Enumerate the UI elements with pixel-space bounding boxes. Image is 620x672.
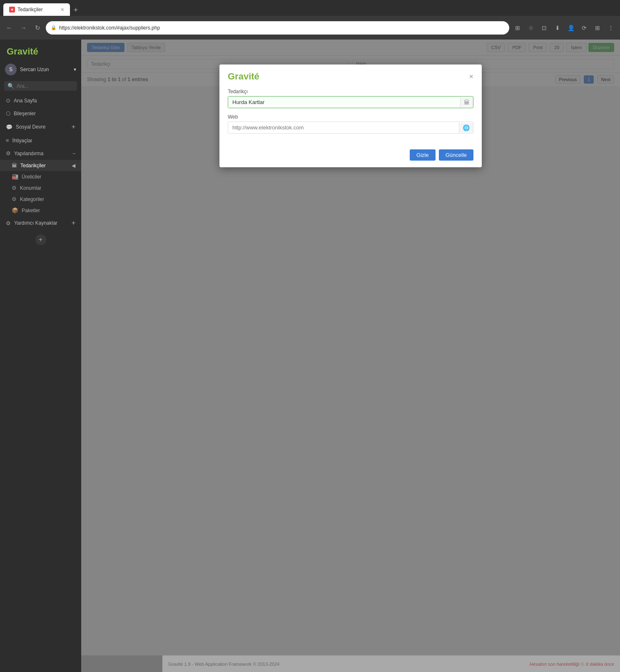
collapse-icon: − [72,151,75,156]
supplier-field-label: Tedarikçı [228,89,473,94]
tab-bar: ★ Tedarikçiler × + [0,0,620,16]
forward-button[interactable]: → [17,22,29,34]
sidebar-expand-circle: + [0,230,81,249]
app-wrapper: Gravité S Sercan Uzun ▾ 🔍 ⊙ Ana Sayfa ⬡ … [0,40,620,672]
sidebar-sub-arrow: ◀ [72,163,75,169]
hide-button[interactable]: Gizle [410,149,436,161]
search-icon: 🔍 [7,83,14,89]
supplier-icon-button[interactable]: 🏛 [460,97,473,107]
apps-icon[interactable]: ⊞ [592,22,603,34]
sidebar-item-sosyaldevre[interactable]: 💬 Sosyal Devre + [0,120,81,134]
sync-icon[interactable]: ⟳ [578,22,590,34]
supplier-field[interactable] [228,97,460,108]
tab-close-button[interactable]: × [61,6,64,13]
sidebar-sub-label: Üreticiler [22,174,41,180]
sidebar-item-label: Yapılandırma [14,151,43,156]
suppliers-icon: 🏛 [12,162,17,169]
web-icon-button[interactable]: 🌐 [459,123,473,133]
update-button[interactable]: Güncelle [439,149,473,161]
modal-overlay: Gravité × Tedarikçı 🏛 Web [81,40,620,672]
supplier-input-wrapper: 🏛 [228,96,473,108]
sidebar-item-label: Ana Sayfa [14,98,37,104]
star-icon[interactable]: ☆ [525,22,537,34]
user-dropdown-icon: ▾ [74,67,76,72]
sidebar-item-yardimci[interactable]: ⚙ Yardımcı Kaynaklar + [0,216,81,230]
translate-icon[interactable]: ⊞ [512,22,523,34]
sidebar-item-kategoriler[interactable]: ⚙ Kategoriler [0,193,81,205]
sidebar-item-label: Bileşenler [14,111,36,117]
user-name: Sercan Uzun [20,67,49,72]
avatar: S [5,64,17,75]
back-button[interactable]: ← [3,22,15,34]
extensions-icon[interactable]: ⊡ [538,22,550,34]
reload-button[interactable]: ↻ [32,22,43,34]
modal-header: Gravité × [219,64,482,86]
sidebar-item-label: İhtiyaçlar [12,138,32,144]
address-bar: ← → ↻ 🔒 https://elektronikstok.com/#ajax… [0,16,620,40]
sidebar-sub-label: Konumlar [20,185,41,191]
packages-icon: 📦 [12,207,18,213]
modal-body: Tedarikçı 🏛 Web 🌐 [219,86,482,146]
web-input-wrapper: 🌐 [228,122,473,134]
expand-button[interactable]: + [35,234,46,245]
manufacturers-icon: 🏭 [12,174,18,180]
components-icon: ⬡ [6,110,10,117]
modal-dialog: Gravité × Tedarikçı 🏛 Web [219,64,482,167]
sidebar: Gravité S Sercan Uzun ▾ 🔍 ⊙ Ana Sayfa ⬡ … [0,40,81,672]
config-icon: ⚙ [6,150,11,156]
supplier-form-group: Tedarikçı 🏛 [228,89,473,108]
web-form-group: Web 🌐 [228,114,473,134]
sidebar-item-konumlar[interactable]: ⚙ Konumlar [0,182,81,193]
url-bar[interactable]: 🔒 https://elektronikstok.com/#ajax/suppl… [46,21,509,35]
yardimci-add-icon[interactable]: + [72,219,75,227]
sidebar-search[interactable]: 🔍 [4,81,77,91]
user-menu[interactable]: S Sercan Uzun ▾ [0,61,81,79]
sidebar-item-label: Yardımcı Kaynaklar [14,220,57,226]
browser-action-buttons: ⊞ ☆ ⊡ ⬇ 👤 ⟳ ⊞ ⋮ [512,22,617,34]
download-icon[interactable]: ⬇ [552,22,563,34]
tab-label: Tedarikçiler [17,7,43,12]
helper-icon: ⚙ [6,220,11,226]
profile-icon[interactable]: 👤 [565,22,577,34]
active-tab[interactable]: ★ Tedarikçiler × [3,3,70,16]
sidebar-item-tedarikciler[interactable]: 🏛 Tedarikçiler ◀ [0,160,81,171]
locations-icon: ⚙ [12,185,17,191]
new-tab-button[interactable]: + [70,4,82,16]
categories-icon: ⚙ [12,196,17,202]
needs-icon: ≡ [6,137,9,144]
sidebar-item-yapilandirma[interactable]: ⚙ Yapılandırma − [0,147,81,160]
sidebar-item-ureticiler[interactable]: 🏭 Üreticiler [0,171,81,182]
tab-favicon: ★ [9,7,15,12]
sidebar-item-ihtiyaclar[interactable]: ≡ İhtiyaçlar [0,134,81,147]
sidebar-sub-label: Tedarikçiler [20,163,46,169]
sidebar-item-paketler[interactable]: 📦 Paketler [0,205,81,216]
main-content: Tedarikçi Ekle Tabloyu Yenile CSV PDF Pr… [81,40,620,672]
modal-footer: Gizle Güncelle [219,146,482,167]
search-input[interactable] [17,83,74,89]
modal-title: Gravité [228,71,259,82]
web-field[interactable] [228,122,459,133]
sidebar-sub-label: Paketler [22,208,40,213]
app-logo: Gravité [0,40,81,61]
social-icon: 💬 [6,124,12,130]
sidebar-item-label: Sosyal Devre [16,124,45,130]
url-text: https://elektronikstok.com/#ajax/supplie… [59,25,160,31]
browser-chrome: ★ Tedarikçiler × + ← → ↻ 🔒 https://elekt… [0,0,620,40]
lock-icon: 🔒 [51,25,57,30]
home-icon: ⊙ [6,97,10,104]
sidebar-item-anasayfa[interactable]: ⊙ Ana Sayfa [0,94,81,107]
add-icon[interactable]: + [72,123,75,131]
menu-icon[interactable]: ⋮ [605,22,617,34]
sidebar-item-bilesenler[interactable]: ⬡ Bileşenler [0,107,81,120]
sidebar-sub-label: Kategoriler [20,196,44,202]
modal-close-button[interactable]: × [469,72,473,81]
web-field-label: Web [228,114,473,120]
